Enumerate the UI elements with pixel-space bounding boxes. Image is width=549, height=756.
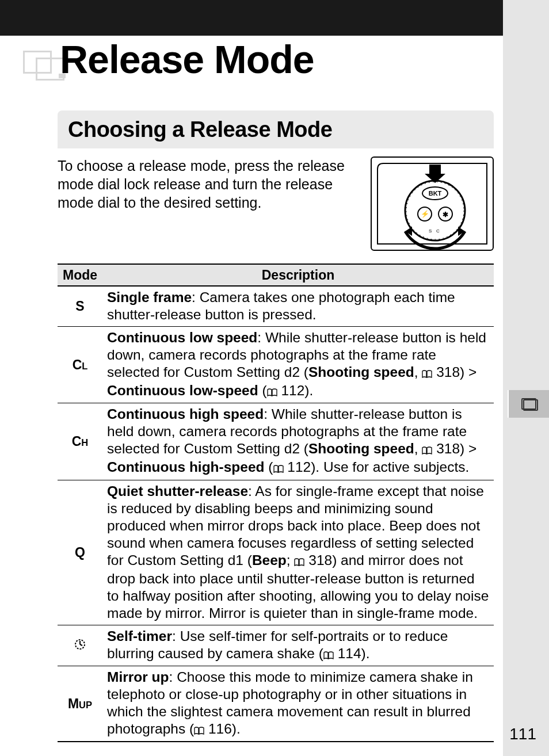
table-row: Self-timer: Use self-timer for self-port… [58,625,494,666]
description-cell: Continuous high speed: While shutter-rel… [102,403,494,480]
description-cell: Continuous low speed: While shutter-rele… [102,326,494,403]
mode-cell: Q [58,480,102,625]
mode-cell: MUP [58,666,102,742]
self-timer-icon [74,638,86,653]
top-dark-bar [0,0,503,36]
bkt-label: BKT [429,190,442,197]
chapter-icon [23,46,63,81]
table-row: QQuiet shutter-release: As for single-fr… [58,480,494,625]
chapter-title: Release Mode [60,37,314,82]
page-ref-icon [323,646,334,663]
page-ref-icon [194,721,204,739]
svg-text:⚡: ⚡ [421,209,429,218]
col-mode: Mode [58,264,102,286]
mode-cell: CL [58,326,102,403]
page-ref-icon [294,553,304,570]
release-mode-table: Mode Description SSingle frame: Camera t… [58,264,494,742]
svg-line-14 [80,644,82,646]
mode-cell: CH [58,403,102,480]
table-row: CHContinuous high speed: While shutter-r… [58,403,494,480]
release-mode-dial-diagram: ⚡ ✱ BKT S C [371,156,494,251]
page-ref-icon [422,441,432,459]
mode-cell [58,625,102,666]
page-number: 111 [509,725,536,743]
chapter-tab-release-icon [508,390,549,418]
description-cell: Mirror up: Choose this mode to minimize … [102,666,494,742]
col-desc: Description [102,264,494,286]
svg-text:C: C [436,228,440,234]
right-gutter [503,0,549,756]
page-ref-icon [422,365,432,382]
table-row: CLContinuous low speed: While shutter-re… [58,326,494,403]
svg-text:S: S [429,228,432,234]
mode-cell: S [58,286,102,326]
description-cell: Single frame: Camera takes one photograp… [102,286,494,326]
section-heading: Choosing a Release Mode [58,110,494,148]
intro-text: To choose a release mode, press the rele… [58,156,360,212]
table-row: SSingle frame: Camera takes one photogra… [58,286,494,326]
table-row: MUPMirror up: Choose this mode to minimi… [58,666,494,742]
page-ref-icon [273,460,284,477]
intro-row: To choose a release mode, press the rele… [58,156,494,251]
page-ref-icon [267,383,277,400]
description-cell: Quiet shutter-release: As for single-fra… [102,480,494,625]
svg-text:✱: ✱ [443,211,448,219]
description-cell: Self-timer: Use self-timer for self-port… [102,625,494,666]
